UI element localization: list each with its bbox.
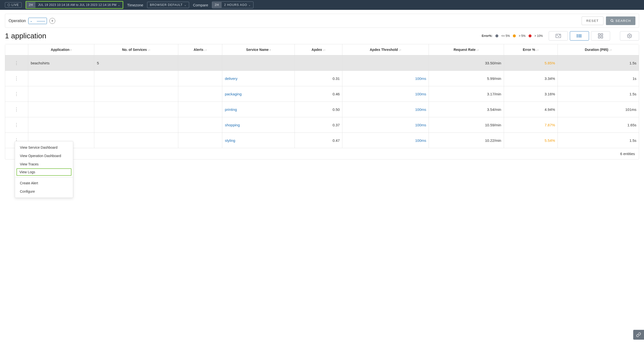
cell-request-rate: 10.22/min <box>429 133 504 148</box>
cell-duration: 1.5s <box>558 133 639 148</box>
cell-application <box>28 71 94 86</box>
cell-error-pct: 4.94% <box>504 102 558 117</box>
svg-point-11 <box>577 37 578 37</box>
context-menu-item[interactable]: View Service Dashboard <box>15 143 73 152</box>
compare-value: 2 HOURS AGO ⌄ <box>222 2 254 8</box>
col-apdex[interactable]: Apdex↓↑ <box>295 44 342 55</box>
cell-services-count <box>94 86 178 102</box>
cell-service-name <box>222 55 295 71</box>
row-menu-button[interactable]: ⋮ <box>5 86 28 102</box>
cell-threshold: 100ms <box>342 86 429 102</box>
cell-request-rate: 3.17/min <box>429 86 504 102</box>
service-link[interactable]: delivery <box>225 77 238 81</box>
plus-icon: + <box>51 19 54 23</box>
svg-point-4 <box>558 36 559 37</box>
cell-services-count: 5 <box>94 55 178 71</box>
legend-le5: <= 5% <box>501 34 510 38</box>
cell-services-count <box>94 133 178 148</box>
cell-request-rate: 5.99/min <box>429 71 504 86</box>
cell-alerts <box>178 133 222 148</box>
cell-error-pct: 3.16% <box>504 86 558 102</box>
legend-dot-orange-icon <box>513 35 516 37</box>
service-link[interactable]: styling <box>225 138 235 143</box>
chevron-down-icon: ⌄ <box>30 19 32 23</box>
service-link[interactable]: printing <box>225 107 237 112</box>
cell-services-count <box>94 71 178 86</box>
threshold-link[interactable]: 100ms <box>415 123 426 127</box>
sort-icon: ↓↑ <box>148 49 150 51</box>
cell-request-rate: 10.59/min <box>429 117 504 133</box>
sort-icon: ↓↑ <box>476 49 479 51</box>
sort-up-icon: ↑ <box>270 49 271 51</box>
row-menu-button[interactable]: ⋮ <box>5 102 28 117</box>
col-apdex-threshold[interactable]: Apdex Threshold↓↑ <box>342 44 429 55</box>
timezone-label: Timezone <box>127 3 143 7</box>
operation-label: Operation <box>8 19 26 23</box>
search-icon <box>610 19 614 23</box>
timezone-value: BROWSER DEFAULT <box>150 3 182 7</box>
live-button[interactable]: LIVE <box>5 2 22 8</box>
col-services-count[interactable]: No. of Services↓↑ <box>94 44 178 55</box>
cell-services-count <box>94 102 178 117</box>
row-menu-button[interactable]: ⋮ <box>5 55 28 71</box>
cell-threshold: 100ms <box>342 133 429 148</box>
page-title: 1 application <box>5 32 46 40</box>
cell-application <box>28 117 94 133</box>
search-button[interactable]: SEARCH <box>606 17 636 25</box>
cell-service-name: printing <box>222 102 295 117</box>
view-list-button[interactable] <box>570 31 589 41</box>
view-grid-button[interactable] <box>591 31 610 41</box>
cell-request-rate: 33.50/min <box>429 55 504 71</box>
col-application[interactable]: Application↑ <box>28 44 94 55</box>
threshold-link[interactable]: 100ms <box>415 92 426 96</box>
cell-services-count <box>94 117 178 133</box>
cell-duration: 1.5s <box>558 86 639 102</box>
view-scatter-button[interactable] <box>549 31 568 41</box>
col-alerts[interactable]: Alerts↓↑ <box>178 44 222 55</box>
live-label: LIVE <box>12 3 19 7</box>
operation-select[interactable]: ⌄ <box>28 18 47 24</box>
cell-request-rate: 3.54/min <box>429 102 504 117</box>
col-duration[interactable]: Duration (P95)↓↑ <box>558 44 639 55</box>
live-indicator-icon <box>8 4 10 6</box>
threshold-link[interactable]: 100ms <box>415 77 426 81</box>
legend-dot-gray-icon <box>496 35 498 37</box>
service-row: ⋮ shopping 0.37 100ms 10.59/min 7.87% 1.… <box>5 117 639 133</box>
col-request-rate[interactable]: Request Rate↓↑ <box>429 44 504 55</box>
svg-rect-14 <box>598 36 600 38</box>
time-range-selector[interactable]: 2H JUL 19 2023 10:14:16 AM to JUL 19 202… <box>26 1 123 9</box>
table-footer: 6 entities <box>5 148 639 159</box>
cell-error-pct: 3.34% <box>504 71 558 86</box>
threshold-link[interactable]: 100ms <box>415 138 426 143</box>
cell-service-name: styling <box>222 133 295 148</box>
cell-apdex: 0.31 <box>295 71 342 86</box>
cell-service-name: packaging <box>222 86 295 102</box>
application-row: ⋮ beachshirts 5 33.50/min 5.85% 1.5s <box>5 55 639 71</box>
cell-service-name: shopping <box>222 117 295 133</box>
row-menu-button[interactable]: ⋮ <box>5 71 28 86</box>
row-menu-button[interactable]: ⋮ <box>5 117 28 133</box>
service-row: ⋮ printing 0.50 100ms 3.54/min 4.94% 101… <box>5 102 639 117</box>
col-error-pct[interactable]: Error %↓↑ <box>504 44 558 55</box>
context-menu-item[interactable]: View Operation Dashboard <box>15 152 73 160</box>
cell-error-pct: 5.85% <box>504 55 558 71</box>
svg-point-16 <box>629 35 630 37</box>
cell-alerts <box>178 117 222 133</box>
entities-count: 6 entities <box>620 152 635 156</box>
service-link[interactable]: shopping <box>225 123 240 127</box>
gear-icon <box>627 34 632 38</box>
svg-rect-13 <box>601 34 603 35</box>
settings-button[interactable] <box>620 31 639 41</box>
reset-button[interactable]: RESET <box>582 17 604 25</box>
view-toggle <box>549 31 610 41</box>
add-filter-button[interactable]: + <box>49 18 55 24</box>
time-range-value: JUL 19 2023 10:14:16 AM to JUL 19 2023 1… <box>36 2 122 8</box>
col-service-name[interactable]: Service Name↑ <box>222 44 295 55</box>
service-link[interactable]: packaging <box>225 92 242 96</box>
threshold-link[interactable]: 100ms <box>415 107 426 112</box>
compare-label: Compare <box>193 3 208 7</box>
sort-icon: ↓↑ <box>609 49 612 51</box>
chevron-down-icon: ⌄ <box>118 4 120 7</box>
timezone-selector[interactable]: BROWSER DEFAULT ⌄ <box>147 2 189 8</box>
compare-selector[interactable]: 2H 2 HOURS AGO ⌄ <box>212 2 254 8</box>
